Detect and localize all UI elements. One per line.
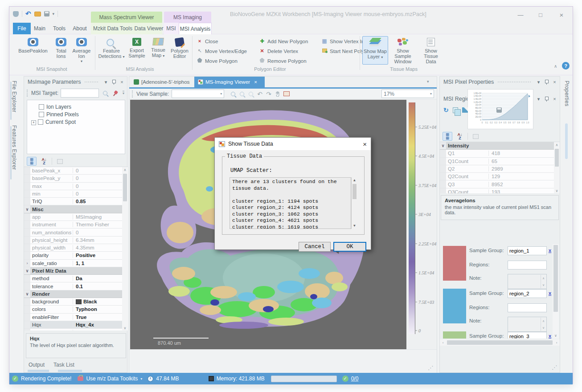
scroll-up-icon[interactable]: ∧	[554, 142, 560, 148]
toolbar-overflow-icon[interactable]: ▾	[123, 91, 124, 95]
ribbon-button-show-sample-window[interactable]: Show Sample Window	[389, 36, 417, 65]
rotate-left-icon[interactable]: ↶	[255, 90, 264, 98]
property-row[interactable]: basePeak_y0	[24, 175, 122, 182]
contextual-tab-mass-spectrum-viewer[interactable]: Mass Spectrum Viewer	[91, 12, 162, 23]
ribbon-button-polygon-editor[interactable]: Polygon Editor	[169, 36, 190, 65]
color-swatch[interactable]	[443, 246, 466, 281]
property-row[interactable]: enableFilterTrue	[24, 314, 122, 321]
property-row[interactable]: backgroundBlack	[24, 298, 122, 306]
delete-region-link[interactable]: x	[549, 333, 551, 339]
ribbon-button-close-polygon[interactable]: ×Close	[197, 37, 218, 45]
tab-file[interactable]: File	[13, 23, 31, 34]
categorized-icon[interactable]: ⊞⊞	[27, 157, 37, 166]
property-row[interactable]: knn3	[24, 329, 122, 331]
property-row[interactable]: Q38952	[440, 180, 554, 188]
sort-az-icon[interactable]: A↓Z	[455, 132, 465, 141]
sidebar-tab-properties[interactable]: Properties	[564, 81, 570, 108]
tab-tools[interactable]: Tools	[50, 23, 68, 34]
property-row[interactable]: physical_width4.35mm	[24, 244, 122, 252]
sample-group-input[interactable]	[508, 289, 547, 298]
panel-menu-icon[interactable]: ▾	[535, 96, 542, 102]
pan-hand-icon[interactable]	[273, 90, 282, 98]
screenshot-icon[interactable]	[282, 90, 291, 98]
property-row[interactable]: Q2Count129	[440, 173, 554, 180]
property-row[interactable]: num_annotations0	[24, 229, 122, 236]
scroll-right-icon[interactable]: ›	[553, 340, 560, 346]
ribbon-button-move-polygon[interactable]: Move Polygon	[197, 57, 238, 65]
checkbox[interactable]	[38, 119, 43, 125]
close-icon[interactable]: ×	[119, 79, 125, 85]
scrollbar[interactable]: ∧ ∨	[554, 142, 560, 193]
ribbon-button-tissue-map[interactable]: Tissue Map ▾	[148, 36, 168, 65]
save-icon[interactable]	[496, 107, 502, 113]
property-pages-icon[interactable]	[471, 132, 480, 141]
quick-access-dropdown-icon[interactable]: ▾	[53, 12, 55, 16]
pin-icon[interactable]	[545, 79, 549, 85]
property-row[interactable]: polarityPositive	[24, 252, 122, 259]
property-category[interactable]: ∨Misc	[24, 205, 122, 213]
property-category[interactable]: ∨Pixel M/z Data	[24, 267, 122, 275]
scrollbar[interactable]: ▲ ▼	[351, 177, 357, 229]
checkbox[interactable]	[39, 112, 44, 117]
msi-target-input[interactable]	[61, 89, 99, 98]
property-row[interactable]: methodDa	[24, 275, 122, 282]
resize-grip-icon[interactable]: ⋰	[428, 365, 433, 371]
delete-region-link[interactable]: x	[549, 248, 551, 253]
maximize-button[interactable]: □	[533, 9, 548, 20]
ok-button[interactable]: OK	[333, 242, 366, 252]
status-toolkit[interactable]: Use m/z Data Toolkits	[86, 376, 138, 382]
tree-item-current-spot[interactable]: +Current Spot	[31, 119, 125, 125]
zoom-level-combo[interactable]: 17%▾	[381, 90, 434, 98]
document-tab-adenosine[interactable]: [Adenosine-5'-triphosphat...	[130, 77, 193, 87]
property-row[interactable]: colorsTyphoon	[24, 306, 122, 313]
categorized-icon[interactable]: ⊞⊞	[443, 132, 452, 141]
scroll-down-icon[interactable]: ∨	[554, 188, 560, 193]
open-file-icon[interactable]	[34, 12, 41, 16]
property-row[interactable]: physical_height6.34mm	[24, 237, 122, 244]
tab-msi[interactable]: MSI	[164, 23, 178, 34]
checkbox[interactable]	[39, 104, 44, 110]
cancel-button[interactable]: Cancel	[299, 242, 331, 252]
collapse-ribbon-icon[interactable]: ∧	[554, 64, 557, 69]
ribbon-button-show-tissue-data[interactable]: Show Tissue Data	[418, 36, 444, 65]
tab-output[interactable]: Output	[29, 362, 45, 368]
property-row[interactable]: Q22989	[440, 165, 554, 173]
ribbon-button-feature-detections[interactable]: Feature Detections ▾	[98, 36, 125, 65]
contextual-tab-ms-imaging[interactable]: MS Imaging	[164, 12, 211, 23]
property-row[interactable]: TrIQ0.85	[24, 198, 122, 205]
property-row[interactable]: Q1Count65	[440, 158, 554, 165]
scrollbar-thumb[interactable]	[447, 340, 553, 345]
property-category[interactable]: ∨Intensity	[440, 142, 554, 150]
scroll-down-icon[interactable]: ∨	[122, 325, 128, 331]
tree-item-ion-layers[interactable]: Ion Layers	[39, 104, 125, 110]
ribbon-button-basepeakion[interactable]: BasePeakIon	[15, 36, 51, 65]
view-sample-combo[interactable]: ▾	[172, 90, 224, 98]
scrollbar-thumb[interactable]	[352, 184, 357, 199]
sidebar-tab-features-explorer[interactable]: Features Explorer	[11, 125, 17, 172]
property-row[interactable]: max0	[24, 183, 122, 190]
close-button[interactable]: ×	[554, 9, 569, 20]
tab-mzkit-data-tools[interactable]: Mzkit Data Tools	[92, 23, 133, 34]
ribbon-button-move-vertex-edge[interactable]: ↖Move Vertex/Edge	[197, 47, 247, 55]
close-icon[interactable]: ×	[551, 96, 558, 102]
property-category[interactable]: ∨Render	[24, 290, 122, 298]
dialog-title-bar[interactable]: Show Tissue Data ×	[215, 138, 371, 150]
sort-az-icon[interactable]: A↓Z	[39, 157, 49, 166]
zoom-out-icon[interactable]	[238, 90, 246, 98]
zoom-reset-icon[interactable]	[246, 90, 255, 98]
scrollbar[interactable]: ∨	[553, 244, 559, 339]
note-textarea[interactable]: ∧∨	[508, 274, 547, 289]
ribbon-button-remove-polygon[interactable]: Remove Polygon	[259, 57, 307, 65]
property-row[interactable]: HqxHqx_4x	[24, 321, 122, 329]
close-icon[interactable]: ×	[551, 79, 558, 85]
horizontal-scrollbar[interactable]: ‹ ›	[440, 339, 560, 346]
property-row[interactable]: instrumentThermo Fisher	[24, 221, 122, 229]
tasks-link[interactable]: 0/0	[351, 376, 359, 382]
scroll-up-icon[interactable]: ∧	[122, 167, 128, 173]
dropdown-icon[interactable]: ▾	[140, 377, 142, 381]
minimize-button[interactable]: —	[513, 9, 528, 20]
resize-grip-icon[interactable]: ⋰	[552, 364, 557, 371]
property-row[interactable]: Q1418	[440, 150, 554, 157]
property-row[interactable]: ›scale_ratio1, 1	[24, 260, 122, 267]
ribbon-button-average-ion[interactable]: Average Ion▾	[71, 36, 92, 65]
